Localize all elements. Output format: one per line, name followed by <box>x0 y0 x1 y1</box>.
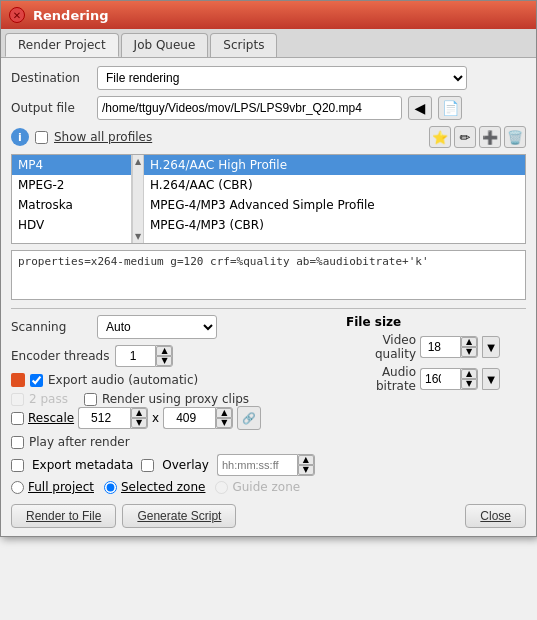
codec-right-mpeg4mp3-asp[interactable]: MPEG-4/MP3 Advanced Simple Profile <box>144 195 525 215</box>
guide-zone-radio[interactable] <box>215 481 228 494</box>
full-project-radio[interactable] <box>11 481 24 494</box>
scanning-row: Scanning Auto Progressive Interlaced <box>11 315 336 339</box>
play-after-render-label: Play after render <box>29 435 130 449</box>
audio-bitrate-input[interactable] <box>420 368 460 390</box>
file-size-label: File size <box>346 315 526 329</box>
close-button[interactable]: Close <box>465 504 526 528</box>
profile-delete-icon[interactable]: 🗑️ <box>504 126 526 148</box>
video-quality-down[interactable]: ▼ <box>461 347 477 357</box>
export-metadata-label: Export metadata <box>32 458 133 472</box>
right-controls: File size Video quality ▲ ▼ ▼ Audio <box>346 315 526 500</box>
video-quality-up[interactable]: ▲ <box>461 337 477 347</box>
render-proxy-label: Render using proxy clips <box>102 392 249 406</box>
encoder-threads-up[interactable]: ▲ <box>156 346 172 356</box>
overlay-time-input[interactable] <box>217 454 297 476</box>
destination-label: Destination <box>11 71 91 85</box>
metadata-overlay-row: Export metadata Overlay ▲ ▼ <box>11 454 336 476</box>
export-metadata-checkbox[interactable] <box>11 459 24 472</box>
codec-left-mpeg2[interactable]: MPEG-2 <box>12 175 131 195</box>
video-quality-row: Video quality ▲ ▼ ▼ <box>346 333 526 361</box>
tab-job-queue[interactable]: Job Queue <box>121 33 209 57</box>
codec-left-mp4[interactable]: MP4 <box>12 155 131 175</box>
render-proxy-checkbox[interactable] <box>84 393 97 406</box>
full-project-radio-label: Full project <box>11 480 94 494</box>
overlay-checkbox[interactable] <box>141 459 154 472</box>
video-quality-input[interactable] <box>420 336 460 358</box>
overlay-time-up[interactable]: ▲ <box>298 455 314 465</box>
export-audio-checkbox[interactable] <box>30 374 43 387</box>
overlay-time-combo: ▲ ▼ <box>217 454 315 476</box>
audio-bitrate-arrows: ▲ ▼ <box>460 368 478 390</box>
rescale-link-icon[interactable]: 🔗 <box>237 406 261 430</box>
zone-row: Full project Selected zone Guide zone <box>11 480 336 494</box>
play-after-render-row: Play after render <box>11 435 336 449</box>
output-file-browse-icon[interactable]: 📄 <box>438 96 462 120</box>
output-file-input[interactable] <box>97 96 402 120</box>
selected-zone-radio[interactable] <box>104 481 117 494</box>
play-after-render-checkbox[interactable] <box>11 436 24 449</box>
footer-buttons: Render to File Generate Script Close <box>11 504 526 528</box>
rescale-width-arrows: ▲ ▼ <box>130 407 148 429</box>
output-file-back-icon[interactable]: ◀ <box>408 96 432 120</box>
codec-right-h264aac-high[interactable]: H.264/AAC High Profile <box>144 155 525 175</box>
audio-bitrate-up[interactable]: ▲ <box>461 369 477 379</box>
profile-action-icons: ⭐ ✏️ ➕ 🗑️ <box>429 126 526 148</box>
left-controls: Scanning Auto Progressive Interlaced Enc… <box>11 315 336 500</box>
codec-left-hdv[interactable]: HDV <box>12 215 131 235</box>
rendering-window: ✕ Rendering Render Project Job Queue Scr… <box>0 0 537 537</box>
codec-list-right: H.264/AAC High Profile H.264/AAC (CBR) M… <box>144 155 525 243</box>
profile-star-icon[interactable]: ⭐ <box>429 126 451 148</box>
rescale-width-input[interactable] <box>78 407 130 429</box>
rescale-width-up[interactable]: ▲ <box>131 408 147 418</box>
overlay-time-arrows: ▲ ▼ <box>297 454 315 476</box>
profile-edit-icon[interactable]: ✏️ <box>454 126 476 148</box>
audio-bitrate-dropdown[interactable]: ▼ <box>482 368 500 390</box>
two-pass-checkbox[interactable] <box>11 393 24 406</box>
rescale-width-spin: ▲ ▼ <box>78 407 148 429</box>
audio-bitrate-spin: ▲ ▼ <box>420 368 478 390</box>
output-file-label: Output file <box>11 101 91 115</box>
destination-select[interactable]: File rendering DVD Blu-ray <box>97 66 467 90</box>
audio-bitrate-down[interactable]: ▼ <box>461 379 477 389</box>
rescale-row: Rescale ▲ ▼ x ▲ ▼ <box>11 406 336 430</box>
tab-scripts[interactable]: Scripts <box>210 33 277 57</box>
two-pass-group: 2 pass <box>11 392 68 406</box>
rescale-checkbox[interactable] <box>11 412 24 425</box>
generate-script-button[interactable]: Generate Script <box>122 504 236 528</box>
rescale-width-down[interactable]: ▼ <box>131 418 147 428</box>
codec-list-left: MP4 MPEG-2 Matroska HDV <box>12 155 132 243</box>
full-project-label: Full project <box>28 480 94 494</box>
video-quality-spin: ▲ ▼ <box>420 336 478 358</box>
codec-right-mpeg4mp3-cbr[interactable]: MPEG-4/MP3 (CBR) <box>144 215 525 235</box>
encoder-threads-down[interactable]: ▼ <box>156 356 172 366</box>
render-to-file-button[interactable]: Render to File <box>11 504 116 528</box>
main-content: Destination File rendering DVD Blu-ray O… <box>1 58 536 536</box>
guide-zone-radio-label: Guide zone <box>215 480 300 494</box>
profile-add-icon[interactable]: ➕ <box>479 126 501 148</box>
rescale-height-up[interactable]: ▲ <box>216 408 232 418</box>
two-pass-label: 2 pass <box>29 392 68 406</box>
encoder-threads-spin: ▲ ▼ <box>115 345 173 367</box>
properties-box: properties=x264-medium g=120 crf=%qualit… <box>11 250 526 300</box>
codec-right-h264aac-cbr[interactable]: H.264/AAC (CBR) <box>144 175 525 195</box>
video-quality-dropdown[interactable]: ▼ <box>482 336 500 358</box>
rescale-height-spin: ▲ ▼ <box>163 407 233 429</box>
show-all-profiles-label: Show all profiles <box>54 130 152 144</box>
close-icon[interactable]: ✕ <box>9 7 25 23</box>
export-audio-icon <box>11 373 25 387</box>
show-all-profiles-checkbox[interactable] <box>35 131 48 144</box>
render-proxy-group: Render using proxy clips <box>84 392 249 406</box>
overlay-time-down[interactable]: ▼ <box>298 465 314 475</box>
encoder-threads-input[interactable] <box>115 345 155 367</box>
guide-zone-label: Guide zone <box>232 480 300 494</box>
tab-render-project[interactable]: Render Project <box>5 33 119 57</box>
info-icon[interactable]: i <box>11 128 29 146</box>
codec-left-matroska[interactable]: Matroska <box>12 195 131 215</box>
rescale-height-input[interactable] <box>163 407 215 429</box>
rescale-height-down[interactable]: ▼ <box>216 418 232 428</box>
codec-lists: MP4 MPEG-2 Matroska HDV ▲ ▼ H. <box>11 154 526 244</box>
rescale-height-arrows: ▲ ▼ <box>215 407 233 429</box>
bottom-section: Scanning Auto Progressive Interlaced Enc… <box>11 315 526 500</box>
x-label: x <box>152 411 159 425</box>
scanning-select[interactable]: Auto Progressive Interlaced <box>97 315 217 339</box>
